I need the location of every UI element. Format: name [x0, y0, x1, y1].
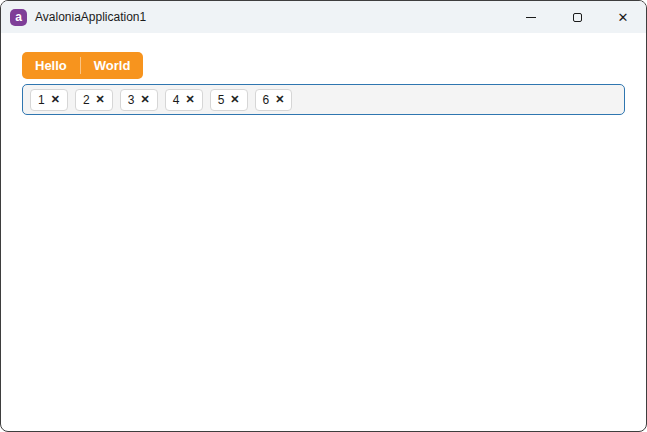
window-title: AvaloniaApplication1: [35, 10, 146, 24]
window-controls: ✕: [508, 1, 646, 33]
content-area: Hello World 1 ✕ 2 ✕ 3 ✕ 4 ✕ 5 ✕: [1, 33, 646, 115]
avalonia-logo-icon: a: [10, 9, 27, 26]
chip-label: 6: [263, 93, 270, 107]
maximize-button[interactable]: [554, 1, 600, 33]
minimize-icon: [526, 17, 536, 18]
maximize-icon: [573, 13, 582, 22]
chip-item[interactable]: 6 ✕: [255, 89, 293, 111]
chip-item[interactable]: 3 ✕: [120, 89, 158, 111]
chip-close-icon[interactable]: ✕: [51, 94, 60, 105]
chip-close-icon[interactable]: ✕: [96, 94, 105, 105]
chip-item[interactable]: 1 ✕: [30, 89, 68, 111]
close-button[interactable]: ✕: [600, 1, 646, 33]
app-window: a AvaloniaApplication1 ✕ Hello World 1 ✕: [0, 0, 647, 432]
chip-label: 1: [38, 93, 45, 107]
chip-close-icon[interactable]: ✕: [230, 94, 239, 105]
close-icon: ✕: [618, 11, 629, 24]
chips-container[interactable]: 1 ✕ 2 ✕ 3 ✕ 4 ✕ 5 ✕ 6 ✕: [22, 84, 625, 115]
tab-world[interactable]: World: [81, 52, 144, 79]
chip-label: 2: [83, 93, 90, 107]
chip-label: 5: [218, 93, 225, 107]
title-bar[interactable]: a AvaloniaApplication1 ✕: [1, 1, 646, 33]
tab-hello[interactable]: Hello: [22, 52, 80, 79]
chip-item[interactable]: 5 ✕: [210, 89, 248, 111]
tab-strip: Hello World: [22, 52, 143, 79]
chip-close-icon[interactable]: ✕: [275, 94, 284, 105]
chip-item[interactable]: 2 ✕: [75, 89, 113, 111]
chip-item[interactable]: 4 ✕: [165, 89, 203, 111]
chip-close-icon[interactable]: ✕: [141, 94, 150, 105]
chip-label: 3: [128, 93, 135, 107]
chip-close-icon[interactable]: ✕: [185, 94, 194, 105]
chip-label: 4: [173, 93, 180, 107]
minimize-button[interactable]: [508, 1, 554, 33]
